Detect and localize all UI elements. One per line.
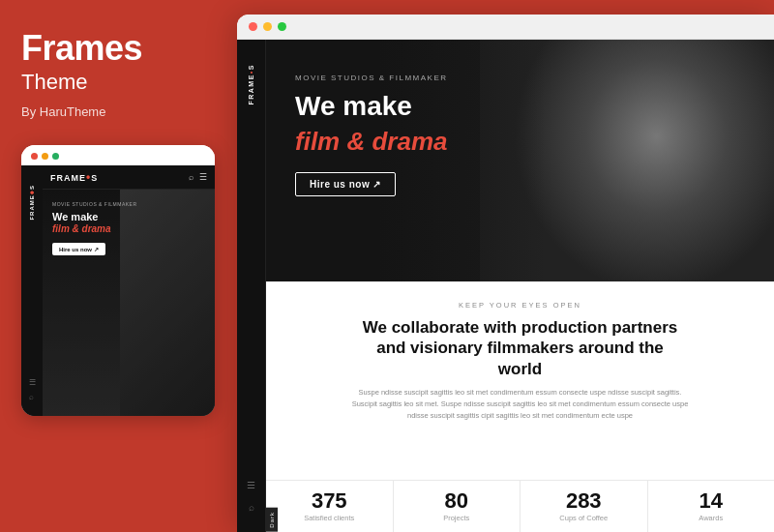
mobile-hero-title: We make film & drama <box>52 211 205 235</box>
desktop-preview: FRAME•S ☰ ⌕ MOVIE STUDIOS & FILMMAKER We… <box>237 40 774 532</box>
desktop-brand-dot: • <box>248 70 254 74</box>
left-panel: Frames Theme By HaruTheme FRAME•S ☰ ⌕ <box>0 0 237 532</box>
desktop-hero: MOVIE STUDIOS & FILMMAKER We make film &… <box>266 40 774 281</box>
mobile-logo: FRAME•S <box>50 170 98 184</box>
mobile-logo-dot: • <box>25 190 39 194</box>
dot-red <box>31 153 38 160</box>
stat-label-0: Satisfied clients <box>274 514 385 522</box>
browser-dot-green <box>278 22 286 31</box>
browser-dot-yellow <box>263 22 272 31</box>
mobile-menu-icon: ☰ <box>199 172 207 182</box>
hamburger-icon: ☰ <box>29 378 36 387</box>
mobile-hero-italic: film & drama <box>52 223 205 235</box>
theme-subtitle: Theme <box>21 70 216 95</box>
desktop-search-icon: ⌕ <box>249 502 254 513</box>
mobile-sidebar-brand: FRAME•S <box>25 185 39 221</box>
stat-item-0: 375 Satisfied clients <box>266 481 394 532</box>
desktop-sidebar: FRAME•S ☰ ⌕ <box>237 40 266 532</box>
mobile-tagline: MOVIE STUDIOS & FILMMAKER <box>52 201 205 207</box>
desktop-brand: FRAME•S <box>248 64 254 105</box>
mockup-top-bar <box>21 145 215 165</box>
dot-yellow <box>42 153 48 160</box>
theme-author: By HaruTheme <box>21 104 216 119</box>
search-icon: ⌕ <box>29 393 36 401</box>
stat-label-2: Cups of Coffee <box>528 514 640 522</box>
right-panel: FRAME•S ☰ ⌕ MOVIE STUDIOS & FILMMAKER We… <box>237 15 774 532</box>
desktop-cta-button[interactable]: Hire us now ↗ <box>295 172 396 196</box>
stats-bar: Dark 375 Satisfied clients 80 Projects 2… <box>266 480 774 532</box>
mockup-dots <box>31 153 59 160</box>
stat-item-1: 80 Projects <box>394 481 521 532</box>
section2-eyebrow: KEEP YOUR EYES OPEN <box>295 301 745 310</box>
theme-title: Frames <box>21 29 216 68</box>
mobile-cta-button[interactable]: Hire us now ↗ <box>52 243 105 255</box>
mobile-mockup: FRAME•S ☰ ⌕ FRAME•S ⌕ ☰ <box>21 145 215 416</box>
browser-dot-red <box>249 22 257 31</box>
mobile-hero: MOVIE STUDIOS & FILMMAKER We make film &… <box>43 190 215 416</box>
dark-pill: Dark <box>266 508 278 532</box>
mockup-browser-body: FRAME•S ☰ ⌕ FRAME•S ⌕ ☰ <box>21 165 215 416</box>
desktop-tagline: MOVIE STUDIOS & FILMMAKER <box>295 74 448 82</box>
mobile-nav: FRAME•S ⌕ ☰ <box>43 165 215 190</box>
mobile-sidebar-icons: ☰ ⌕ <box>29 378 36 401</box>
mobile-content: FRAME•S ⌕ ☰ MOVIE STUDIOS & FILMMAKER We… <box>43 165 215 416</box>
stat-number-0: 375 <box>274 490 385 512</box>
section2-title: We collaborate with production partnersa… <box>295 317 745 379</box>
stat-label-3: Awards <box>656 514 767 522</box>
stat-label-1: Projects <box>402 514 513 522</box>
mobile-search-icon: ⌕ <box>189 172 194 182</box>
stat-number-3: 14 <box>656 490 767 512</box>
section2-body: Suspe ndisse suscipit sagittis leo sit m… <box>352 387 689 422</box>
desktop-section2: KEEP YOUR EYES OPEN We collaborate with … <box>266 281 774 532</box>
dot-green <box>52 153 59 160</box>
stat-number-1: 80 <box>402 490 513 512</box>
desktop-main: MOVIE STUDIOS & FILMMAKER We make film &… <box>266 40 774 532</box>
desktop-hero-italic: film & drama <box>295 128 448 156</box>
desktop-hero-title: We make <box>295 92 448 122</box>
desktop-hero-content: MOVIE STUDIOS & FILMMAKER We make film &… <box>295 74 448 196</box>
mobile-sidebar: FRAME•S ☰ ⌕ <box>21 165 43 416</box>
stat-item-3: 14 Awards <box>648 481 775 532</box>
stat-item-2: 283 Cups of Coffee <box>521 481 648 532</box>
browser-bar <box>237 15 774 40</box>
desktop-sidebar-icons: ☰ ⌕ <box>247 480 255 513</box>
desktop-hamburger-icon: ☰ <box>247 480 255 490</box>
stat-number-2: 283 <box>528 490 640 512</box>
mobile-nav-icons: ⌕ ☰ <box>189 172 207 182</box>
